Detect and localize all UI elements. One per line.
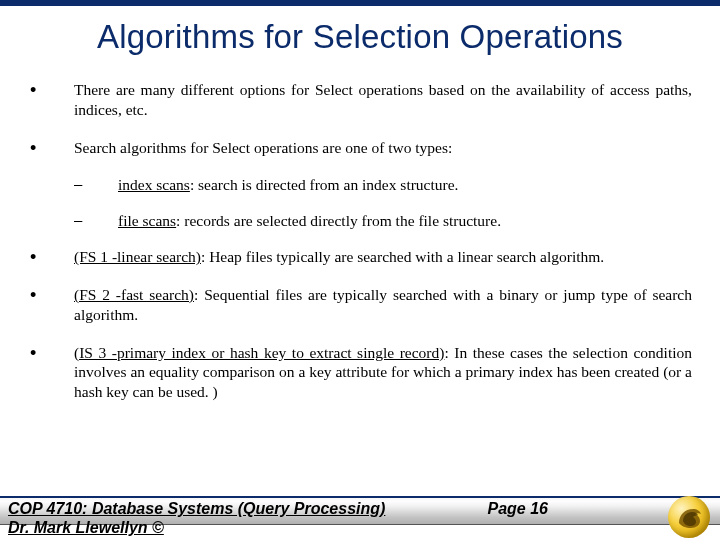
definition: : search is directed from an index struc… xyxy=(190,176,459,193)
term: index scans xyxy=(118,176,190,193)
bullet-glyph: • xyxy=(30,285,74,325)
footer-course: COP 4710: Database Systems (Query Proces… xyxy=(8,500,385,518)
bullet-item: • (IS 3 -primary index or hash key to ex… xyxy=(30,343,692,402)
footer-page-number: Page 16 xyxy=(488,500,548,518)
slide-footer: COP 4710: Database Systems (Query Proces… xyxy=(0,496,720,540)
footer-author: Dr. Mark Llewellyn © xyxy=(8,519,164,537)
bullet-item: • Search algorithms for Select operation… xyxy=(30,138,692,158)
bullet-glyph: • xyxy=(30,138,74,158)
term: (FS 1 -linear search) xyxy=(74,248,201,265)
top-accent-bar xyxy=(0,0,720,6)
sub-bullet-text: index scans: search is directed from an … xyxy=(118,175,692,195)
bullet-glyph: • xyxy=(30,247,74,267)
ucf-pegasus-logo-icon xyxy=(668,496,710,538)
slide-content: • There are many different options for S… xyxy=(30,80,692,490)
sub-bullet-glyph: – xyxy=(74,175,118,195)
definition: : Heap files typically are searched with… xyxy=(201,248,604,265)
bullet-text: Search algorithms for Select operations … xyxy=(74,138,692,158)
term: file scans xyxy=(118,212,176,229)
bullet-item: • There are many different options for S… xyxy=(30,80,692,120)
sub-bullet-item: – file scans: records are selected direc… xyxy=(30,211,692,231)
slide-title: Algorithms for Selection Operations xyxy=(0,18,720,56)
bullet-text: (IS 3 -primary index or hash key to extr… xyxy=(74,343,692,402)
sub-bullet-text: file scans: records are selected directl… xyxy=(118,211,692,231)
bullet-text: There are many different options for Sel… xyxy=(74,80,692,120)
term: (IS 3 -primary index or hash key to extr… xyxy=(74,344,444,361)
term: (FS 2 -fast search) xyxy=(74,286,194,303)
bullet-item: • (FS 1 -linear search): Heap files typi… xyxy=(30,247,692,267)
bullet-item: • (FS 2 -fast search): Sequential files … xyxy=(30,285,692,325)
bullet-glyph: • xyxy=(30,343,74,402)
bullet-glyph: • xyxy=(30,80,74,120)
sub-bullet-item: – index scans: search is directed from a… xyxy=(30,175,692,195)
bullet-text: (FS 1 -linear search): Heap files typica… xyxy=(74,247,692,267)
bullet-text: (FS 2 -fast search): Sequential files ar… xyxy=(74,285,692,325)
definition: : records are selected directly from the… xyxy=(176,212,501,229)
sub-bullet-glyph: – xyxy=(74,211,118,231)
